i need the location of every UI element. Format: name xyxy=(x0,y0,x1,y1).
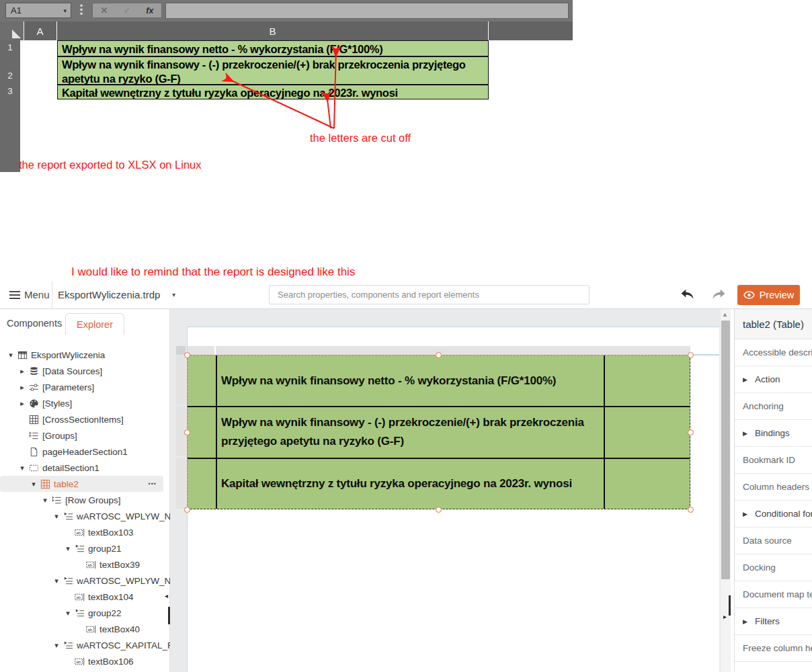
expand-arrow-icon[interactable]: ▾ xyxy=(17,464,28,472)
property-expand-icon[interactable]: ▶ xyxy=(743,376,755,383)
expand-arrow-icon[interactable]: ▾ xyxy=(51,512,62,521)
selection-handle[interactable] xyxy=(688,429,694,435)
expand-arrow-icon[interactable]: ▸ xyxy=(17,367,28,376)
name-box[interactable]: A1 ▾ xyxy=(5,3,71,18)
property-expand-icon[interactable]: ▶ xyxy=(743,430,755,437)
tree-item-icon xyxy=(39,478,51,489)
property-row-document-map-tex[interactable]: Document map tex xyxy=(735,581,812,608)
property-row-bindings[interactable]: ▶ Bindings xyxy=(735,420,812,447)
tree-item-label: textBox103 xyxy=(88,528,134,538)
file-name-dropdown[interactable]: EksportWyliczenia.trdp xyxy=(58,289,160,300)
property-expand-icon[interactable]: ▶ xyxy=(743,618,755,625)
tree-item-textbox40[interactable]: ab textBox40 xyxy=(0,621,170,637)
scrollbar-up-icon[interactable]: ▲ xyxy=(722,311,728,318)
function-wizard-icon[interactable]: fx xyxy=(146,6,153,15)
property-row-freeze-column-hea[interactable]: Freeze column hea xyxy=(735,635,812,662)
sidebar-collapse-icon[interactable]: ◂ xyxy=(165,592,168,599)
search-input[interactable] xyxy=(269,285,590,304)
expand-arrow-icon[interactable]: ▾ xyxy=(63,609,73,618)
tree-item-detailsection1[interactable]: ▾ detailSection1 xyxy=(0,460,170,476)
table2-design[interactable]: Wpływ na wynik finansowy netto - % wykor… xyxy=(187,355,690,509)
tree-item-wartosc-wplyw-na-wf[interactable]: ▾ wARTOSC_WPLYW_NA_WF xyxy=(0,508,170,524)
undo-button[interactable] xyxy=(680,288,695,300)
expand-arrow-icon[interactable]: ▸ xyxy=(17,399,28,408)
property-row-freeze-row-heade[interactable]: Freeze row heade xyxy=(735,662,812,672)
expand-arrow-icon[interactable]: ▾ xyxy=(51,577,62,585)
property-row-conditional-form[interactable]: ▶ Conditional form xyxy=(735,501,812,528)
selection-handle[interactable] xyxy=(688,352,694,358)
property-row-data-source[interactable]: Data source xyxy=(735,528,812,554)
tree-item-textbox104[interactable]: ab textBox104 xyxy=(0,589,170,605)
redo-button[interactable] xyxy=(711,288,726,300)
tree-item-parameters[interactable]: ▸ [Parameters] xyxy=(0,379,170,395)
selection-handle[interactable] xyxy=(184,429,190,435)
table-column-guide[interactable] xyxy=(216,346,690,355)
table-column-guide[interactable] xyxy=(188,346,214,355)
tree-item-row-groups[interactable]: ▾ [Row Groups] xyxy=(0,492,170,508)
tree-item-icon xyxy=(62,511,74,521)
name-box-dropdown-icon[interactable]: ▾ xyxy=(63,7,67,14)
selection-handle[interactable] xyxy=(688,507,694,513)
row-number-2[interactable]: 2 xyxy=(0,71,20,81)
menu-button[interactable]: Menu xyxy=(24,289,50,300)
tree-item-table2[interactable]: ▾ table2 ••• xyxy=(0,476,163,492)
expand-arrow-icon[interactable]: ▸ xyxy=(17,383,28,392)
selection-handle[interactable] xyxy=(184,507,190,513)
excel-cell-b1[interactable]: Wpływ na wynik finansowy netto - % wykor… xyxy=(58,41,488,56)
expand-arrow-icon[interactable]: ▾ xyxy=(63,544,73,553)
table-cell-row2[interactable]: Wpływ na wynik finansowy - (-) przekrocz… xyxy=(216,407,604,458)
panel-collapse-icon[interactable]: ▸ xyxy=(723,613,727,620)
expand-arrow-icon[interactable]: ▾ xyxy=(51,641,62,650)
column-header-a[interactable]: A xyxy=(24,22,57,40)
tree-item-crosssectionitems[interactable]: [CrossSectionItems] xyxy=(0,411,170,427)
table-row-guide[interactable] xyxy=(176,355,186,405)
selection-handle[interactable] xyxy=(436,352,442,358)
column-header-b[interactable]: B xyxy=(57,22,489,40)
tree-item-pageheadersection1[interactable]: pageHeaderSection1 xyxy=(0,444,170,460)
excel-cell-b2[interactable]: Wpływ na wynik finansowy - (-) przekrocz… xyxy=(58,56,488,84)
preview-button[interactable]: Preview xyxy=(737,285,800,305)
tab-explorer[interactable]: Explorer xyxy=(65,313,124,335)
row-number-3[interactable]: 3 xyxy=(0,86,20,96)
cancel-icon[interactable]: ✕ xyxy=(101,5,108,15)
file-dropdown-caret-icon[interactable]: ▾ xyxy=(172,291,175,298)
property-row-docking[interactable]: Docking xyxy=(735,554,812,581)
tree-item-groups[interactable]: [Groups] xyxy=(0,427,170,444)
excel-cell-b3[interactable]: Kapitał wewnętrzny z tytułu ryzyka opera… xyxy=(58,85,488,99)
table-row-guide[interactable] xyxy=(176,458,186,509)
property-row-column-headers-pr[interactable]: Column headers pr xyxy=(735,474,812,501)
property-row-action[interactable]: ▶ Action xyxy=(735,366,812,393)
tree-item-eksportwyliczenia[interactable]: ▾ EksportWyliczenia xyxy=(0,347,170,363)
select-all-corner[interactable] xyxy=(0,22,24,40)
more-options-button[interactable]: ••• xyxy=(149,480,157,487)
expand-arrow-icon[interactable]: ▾ xyxy=(40,496,50,505)
table-cell-row1[interactable]: Wpływ na wynik finansowy netto - % wykor… xyxy=(216,355,604,406)
tree-item-textbox106[interactable]: ab textBox106 xyxy=(0,653,170,669)
tree-item-data-sources[interactable]: ▸ [Data Sources] xyxy=(0,363,170,379)
tab-components[interactable]: Components xyxy=(7,318,62,329)
property-row-accessible-descript[interactable]: Accessible descript xyxy=(735,339,812,366)
formula-bar[interactable] xyxy=(165,3,569,19)
canvas-scrollbar-thumb[interactable] xyxy=(721,321,730,579)
tree-item-textbox39[interactable]: ab textBox39 xyxy=(0,556,170,573)
row-number-1[interactable]: 1 xyxy=(0,42,20,52)
panel-splitter-handle[interactable] xyxy=(729,595,731,616)
table-cell-row3[interactable]: Kapitał wewnętrzny z tytułu ryzyka opera… xyxy=(216,458,604,509)
tree-item-group21[interactable]: ▾ group21 xyxy=(0,540,170,556)
undo-icon xyxy=(680,288,695,300)
hamburger-menu-icon[interactable] xyxy=(9,291,20,299)
accept-icon[interactable]: ✓ xyxy=(123,5,130,15)
tree-item-styles[interactable]: ▸ [Styles] xyxy=(0,395,170,411)
expand-arrow-icon[interactable]: ▾ xyxy=(28,480,39,489)
expand-arrow-icon[interactable]: ▾ xyxy=(5,351,16,360)
property-row-filters[interactable]: ▶ Filters xyxy=(735,608,812,635)
selection-handle[interactable] xyxy=(436,507,442,513)
tree-item-group22[interactable]: ▾ group22 xyxy=(0,605,170,621)
property-expand-icon[interactable]: ▶ xyxy=(743,511,755,517)
tree-item-textbox103[interactable]: ab textBox103 xyxy=(0,524,170,540)
property-row-anchoring[interactable]: Anchoring xyxy=(735,393,812,420)
tree-item-wartosc-kapital-ryz2[interactable]: ▾ wARTOSC_KAPITAL_RYZ2 xyxy=(0,637,170,653)
tree-item-wartosc-wplyw-na-wf[interactable]: ▾ wARTOSC_WPLYW_NA_WF xyxy=(0,573,170,589)
selection-handle[interactable] xyxy=(184,352,190,358)
property-row-bookmark-id[interactable]: Bookmark ID xyxy=(735,447,812,474)
